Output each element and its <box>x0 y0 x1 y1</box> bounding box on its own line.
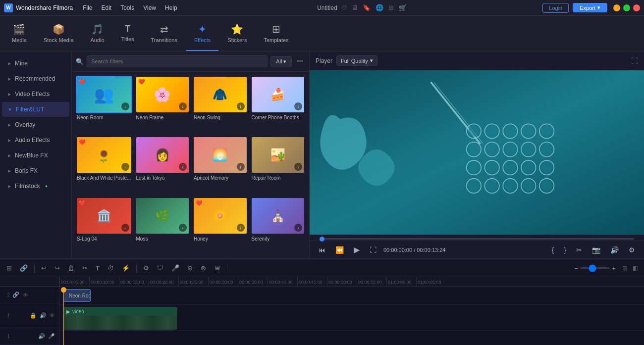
effect-item-neon-swing[interactable]: 🧥 ↓ Neon Swing <box>193 76 248 133</box>
sidebar-item-overlay[interactable]: ▶ Overlay <box>2 117 69 132</box>
toolbar-audio[interactable]: 🎵 Audio <box>83 16 112 51</box>
toolbar-titles[interactable]: T Titles <box>113 16 142 51</box>
sidebar-item-video-effects[interactable]: ▶ Video Effects <box>2 87 69 101</box>
toolbar-transitions[interactable]: ⇄ Transitions <box>143 16 185 51</box>
rewind-button[interactable]: ⏮ <box>316 245 328 255</box>
tl-text-button[interactable]: T <box>93 263 102 273</box>
tl-snap-button[interactable]: ⊞ <box>4 263 14 273</box>
search-input[interactable] <box>87 55 268 67</box>
right-icon-1[interactable]: ⊞ <box>621 263 629 273</box>
filter-button[interactable]: All ▾ <box>270 56 292 67</box>
effect-item-neon-room[interactable]: ❤️ 👥 ↓ Neon Room <box>76 76 132 133</box>
effect-thumb-s-log[interactable]: ❤️ 🏛️ ↓ <box>76 197 132 235</box>
tl-split-button[interactable]: ✂ <box>80 263 90 273</box>
sidebar-item-boris-fx[interactable]: ▶ Boris FX <box>2 163 69 178</box>
effect-thumb-apricot[interactable]: 🌅 ↓ <box>193 136 248 174</box>
neon-room-download[interactable]: ↓ <box>121 102 129 110</box>
toolbar-stock-media[interactable]: 📦 Stock Media <box>36 16 82 51</box>
effect-thumb-bw-poster[interactable]: ❤️ 🌻 ↓ <box>76 136 132 174</box>
tl-settings-button[interactable]: ⚙ <box>141 263 152 273</box>
sidebar-item-filter-lut[interactable]: ▼ Filter&LUT <box>2 102 69 117</box>
tl-shield-button[interactable]: 🛡 <box>155 263 166 273</box>
effect-item-honey[interactable]: ❤️ 🌼 ↓ Honey <box>193 197 248 254</box>
trim-button[interactable]: ✂ <box>573 245 585 255</box>
sidebar-item-filmstock[interactable]: ▶ Filmstock ● <box>2 179 69 194</box>
menu-view[interactable]: View <box>139 3 160 12</box>
zoom-out-button[interactable]: − <box>574 264 578 272</box>
tl-screen-button[interactable]: 🖥 <box>212 263 223 273</box>
tl-speed-button[interactable]: ⚡ <box>119 263 132 273</box>
audio-track-mute[interactable]: 🎤 <box>47 333 56 340</box>
cart-icon[interactable]: 🛒 <box>399 4 407 11</box>
tl-redo-button[interactable]: ↪ <box>52 263 62 273</box>
menu-tools[interactable]: Tools <box>116 3 138 12</box>
video-track-speaker[interactable]: 🔊 <box>39 312 48 319</box>
effect-track-link[interactable]: 🔗 <box>11 291 20 298</box>
effect-thumb-corner-phone[interactable]: 🍰 ↓ <box>251 76 306 113</box>
moss-download[interactable]: ↓ <box>179 224 187 232</box>
progress-handle[interactable] <box>320 237 324 242</box>
tl-undo-button[interactable]: ↩ <box>39 263 49 273</box>
right-icon-2[interactable]: ◧ <box>631 263 640 273</box>
screen-icon[interactable]: ⛶ <box>631 57 638 65</box>
tl-layers-button[interactable]: ⊕ <box>185 263 195 273</box>
minimize-button[interactable]: − <box>613 4 620 11</box>
effect-track-eye[interactable]: 👁 <box>22 292 29 298</box>
toolbar-media[interactable]: 🎬 Media <box>4 16 35 51</box>
effect-item-repair-room[interactable]: 🏜️ ↓ Repair Room <box>251 136 306 194</box>
tl-timer-button[interactable]: ⏱ <box>105 263 116 273</box>
neon-swing-download[interactable]: ↓ <box>237 102 245 110</box>
mark-out-button[interactable]: } <box>561 245 569 255</box>
effect-thumb-neon-frame[interactable]: ❤️ 🌸 ↓ <box>135 76 190 113</box>
bookmark-icon[interactable]: 🔖 <box>363 4 371 11</box>
tl-split2-button[interactable]: ⊗ <box>198 263 209 273</box>
corner-phone-download[interactable]: ↓ <box>294 102 302 110</box>
globe-icon[interactable]: 🌐 <box>376 4 383 11</box>
grid-icon[interactable]: ⊞ <box>388 4 394 11</box>
menu-edit[interactable]: Edit <box>98 3 116 12</box>
zoom-in-button[interactable]: + <box>612 264 616 272</box>
effect-thumb-honey[interactable]: ❤️ 🌼 ↓ <box>193 197 248 235</box>
play-button[interactable]: ▶ <box>351 244 363 255</box>
video-track-lock[interactable]: 🔒 <box>29 312 38 319</box>
effect-item-s-log[interactable]: ❤️ 🏛️ ↓ S-Log 04 <box>76 197 132 254</box>
neon-room-clip[interactable]: Neon Room <box>63 289 91 302</box>
effect-thumb-neon-room[interactable]: ❤️ 👥 ↓ <box>76 76 132 113</box>
timeline-tracks-area[interactable]: 00:00:05:00 00:00:10:00 00:00:15:00 00:0… <box>59 277 644 345</box>
effect-item-moss[interactable]: 🌿 ↓ Moss <box>135 197 190 254</box>
tl-mic-button[interactable]: 🎤 <box>169 263 182 273</box>
step-back-button[interactable]: ⏪ <box>332 245 347 255</box>
settings-button[interactable]: ⚙ <box>626 245 638 255</box>
effect-thumb-neon-swing[interactable]: 🧥 ↓ <box>193 76 248 113</box>
login-button[interactable]: Login <box>542 3 569 13</box>
video-clip[interactable]: ▶ video <box>63 307 177 330</box>
maximize-button[interactable]: □ <box>623 4 630 11</box>
audio-track-speaker[interactable]: 🔊 <box>37 333 46 340</box>
effect-item-corner-phone[interactable]: 🍰 ↓ Corner Phone Booths <box>251 76 306 133</box>
neon-frame-download[interactable]: ↓ <box>179 102 187 110</box>
quality-selector[interactable]: Full Quality ▾ <box>336 55 377 66</box>
video-track-eye[interactable]: 👁 <box>49 312 56 319</box>
snapshot-button[interactable]: 📷 <box>589 245 603 255</box>
s-log-download[interactable]: ↓ <box>121 224 129 232</box>
repair-room-download[interactable]: ↓ <box>294 163 302 171</box>
toolbar-templates[interactable]: ⊞ Templates <box>256 16 296 51</box>
sidebar-item-audio-effects[interactable]: ▶ Audio Effects <box>2 133 69 148</box>
volume-button[interactable]: 🔊 <box>607 245 622 255</box>
tl-magnet-button[interactable]: 🔗 <box>17 263 30 273</box>
playhead-handle[interactable] <box>61 287 66 293</box>
sidebar-item-newblue-fx[interactable]: ▶ NewBlue FX <box>2 148 69 163</box>
effect-thumb-serenity[interactable]: ⛪ ↓ <box>251 197 306 235</box>
menu-file[interactable]: File <box>79 3 96 12</box>
toolbar-stickers[interactable]: ⭐ Stickers <box>219 16 255 51</box>
effect-item-neon-frame[interactable]: ❤️ 🌸 ↓ Neon Frame <box>135 76 190 133</box>
apricot-download[interactable]: ↓ <box>237 163 245 171</box>
honey-download[interactable]: ↓ <box>237 224 245 232</box>
more-options-button[interactable]: ••• <box>295 56 305 67</box>
sidebar-item-mine[interactable]: ▶ Mine <box>2 56 69 71</box>
export-button[interactable]: Export ▾ <box>573 3 607 12</box>
effect-thumb-repair-room[interactable]: 🏜️ ↓ <box>251 136 306 174</box>
bw-poster-download[interactable]: ↓ <box>121 163 129 171</box>
effect-item-bw-poster[interactable]: ❤️ 🌻 ↓ Black And White Poste... <box>76 136 132 194</box>
sidebar-item-recommended[interactable]: ▶ Recommended <box>2 71 69 86</box>
